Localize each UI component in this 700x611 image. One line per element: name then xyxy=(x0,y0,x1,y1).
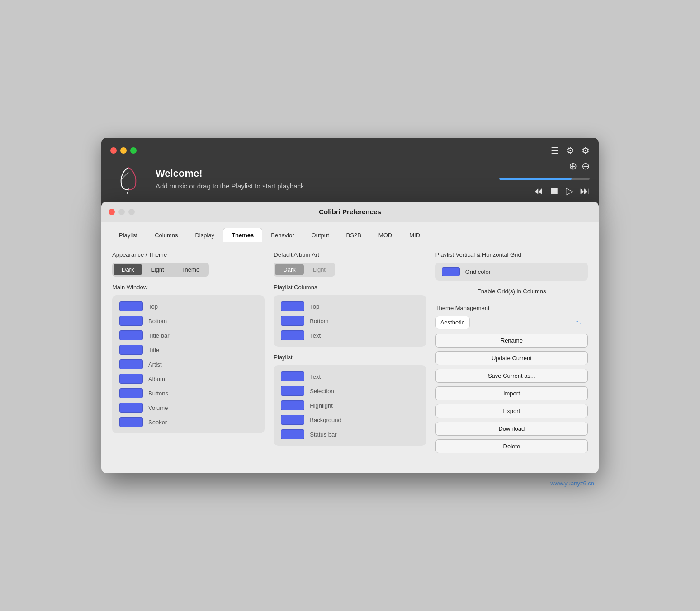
player-title: Welcome! xyxy=(156,168,490,179)
color-swatch-title[interactable] xyxy=(119,345,143,355)
stop-button[interactable]: ⏹ xyxy=(549,185,559,197)
appearance-dark-btn[interactable]: Dark xyxy=(114,264,142,275)
progress-bar[interactable] xyxy=(499,178,590,180)
grid-section: Playlist Vertical & Horizontal Grid Grid… xyxy=(435,251,588,297)
appearance-theme-btn[interactable]: Theme xyxy=(173,264,208,275)
grid-swatch[interactable] xyxy=(442,267,460,276)
prev-button[interactable]: ⏮ xyxy=(533,185,543,197)
appearance-segmented: Dark Light Theme xyxy=(112,263,209,277)
zoom-in-button[interactable]: ⊕ xyxy=(569,160,577,172)
rename-button[interactable]: Rename xyxy=(435,334,588,348)
equalizer-icon[interactable]: ⚙ xyxy=(566,145,574,156)
next-button[interactable]: ⏭ xyxy=(580,185,590,197)
player-minimize-button[interactable] xyxy=(120,147,127,154)
export-button[interactable]: Export xyxy=(435,404,588,418)
svg-point-0 xyxy=(127,192,128,194)
pl-label-statusbar: Status bar xyxy=(310,431,336,438)
color-label-title: Title xyxy=(148,347,159,353)
player-subtitle: Add music or drag to the Playlist to sta… xyxy=(156,182,490,190)
color-swatch-titlebar[interactable] xyxy=(119,330,143,340)
color-swatch-artist[interactable] xyxy=(119,359,143,369)
tab-behavior[interactable]: Behavior xyxy=(262,228,303,242)
middle-column: Default Album Art Dark Light Playlist Co… xyxy=(274,251,426,453)
pl-swatch-text[interactable] xyxy=(281,371,304,381)
color-swatch-bottom[interactable] xyxy=(119,316,143,326)
player-window: ☰ ⚙ ⚙ Welcome! Add music or drag to the … xyxy=(101,138,599,206)
album-dark-btn[interactable]: Dark xyxy=(275,264,303,275)
album-light-btn[interactable]: Light xyxy=(305,264,334,275)
pl-swatch-highlight[interactable] xyxy=(281,400,304,410)
transport-controls: ⏮ ⏹ ▷ ⏭ xyxy=(533,185,590,197)
pl-swatch-selection[interactable] xyxy=(281,386,304,396)
pl-color-row-highlight: Highlight xyxy=(281,400,419,410)
prefs-maximize-button[interactable] xyxy=(128,209,135,215)
download-button[interactable]: Download xyxy=(435,422,588,436)
tab-bs2b[interactable]: BS2B xyxy=(338,228,370,242)
playlist-columns-colors: Top Bottom Text xyxy=(274,295,426,347)
prefs-window-controls xyxy=(109,209,135,215)
player-controls: ⊕ ⊖ ⏮ ⏹ ▷ ⏭ xyxy=(499,160,590,197)
delete-button[interactable]: Delete xyxy=(435,439,588,453)
watermark: www.yuanyz6.cn xyxy=(550,480,594,487)
theme-select-wrapper: Aesthetic Default Dark Light xyxy=(435,316,588,329)
player-window-controls xyxy=(110,147,137,154)
tab-playlist[interactable]: Playlist xyxy=(110,228,146,242)
tab-display[interactable]: Display xyxy=(186,228,223,242)
color-label-buttons: Buttons xyxy=(148,390,168,397)
playlist-section: Playlist Text Selection Highlight xyxy=(274,354,426,446)
col-swatch-bottom[interactable] xyxy=(281,316,304,326)
color-swatch-album[interactable] xyxy=(119,374,143,384)
right-column: Playlist Vertical & Horizontal Grid Grid… xyxy=(435,251,588,453)
appearance-light-btn[interactable]: Light xyxy=(143,264,172,275)
pl-label-selection: Selection xyxy=(310,388,334,395)
col-swatch-text[interactable] xyxy=(281,330,304,340)
color-row-buttons: Buttons xyxy=(119,388,257,398)
save-current-button[interactable]: Save Current as... xyxy=(435,369,588,383)
tab-midi[interactable]: MIDI xyxy=(401,228,430,242)
col-label-top: Top xyxy=(310,303,319,310)
tab-mod[interactable]: MOD xyxy=(370,228,401,242)
album-art-title: Default Album Art xyxy=(274,251,426,258)
pl-swatch-statusbar[interactable] xyxy=(281,429,304,439)
theme-select[interactable]: Aesthetic Default Dark Light xyxy=(435,316,470,329)
color-swatch-top[interactable] xyxy=(119,301,143,311)
player-toolbar-icons: ☰ ⚙ ⚙ xyxy=(551,145,590,156)
player-logo xyxy=(110,161,147,197)
settings-icon[interactable]: ⚙ xyxy=(582,145,590,156)
zoom-out-button[interactable]: ⊖ xyxy=(582,160,590,172)
player-maximize-button[interactable] xyxy=(130,147,137,154)
grid-title: Playlist Vertical & Horizontal Grid xyxy=(435,251,588,258)
col-label-text: Text xyxy=(310,332,321,339)
playlist-columns-title: Playlist Columns xyxy=(274,284,426,291)
prefs-minimize-button[interactable] xyxy=(118,209,125,215)
color-row-bottom: Bottom xyxy=(119,316,257,326)
color-row-artist: Artist xyxy=(119,359,257,369)
tabs-row: Playlist Columns Display Themes Behavior… xyxy=(101,222,599,242)
player-zoom-controls: ⊕ ⊖ xyxy=(569,160,590,172)
appearance-section: Appearance / Theme Dark Light Theme xyxy=(112,251,265,277)
player-close-button[interactable] xyxy=(110,147,117,154)
tab-columns[interactable]: Columns xyxy=(146,228,186,242)
color-swatch-buttons[interactable] xyxy=(119,388,143,398)
menu-icon[interactable]: ☰ xyxy=(551,145,559,156)
tab-output[interactable]: Output xyxy=(303,228,338,242)
color-swatch-seeker[interactable] xyxy=(119,417,143,427)
col-color-row-text: Text xyxy=(281,330,419,340)
main-window-title: Main Window xyxy=(112,284,265,291)
col-swatch-top[interactable] xyxy=(281,301,304,311)
import-button[interactable]: Import xyxy=(435,386,588,400)
col-color-row-bottom: Bottom xyxy=(281,316,419,326)
color-row-top: Top xyxy=(119,301,257,311)
theme-management-section: Theme Management Aesthetic Default Dark … xyxy=(435,305,588,453)
playlist-columns-section: Playlist Columns Top Bottom Text xyxy=(274,284,426,347)
pl-swatch-background[interactable] xyxy=(281,415,304,425)
pl-label-highlight: Highlight xyxy=(310,402,333,409)
prefs-close-button[interactable] xyxy=(109,209,115,215)
color-swatch-volume[interactable] xyxy=(119,403,143,413)
color-label-top: Top xyxy=(148,303,158,310)
update-current-button[interactable]: Update Current xyxy=(435,351,588,365)
appearance-title: Appearance / Theme xyxy=(112,251,265,258)
play-button[interactable]: ▷ xyxy=(566,185,573,197)
tab-themes[interactable]: Themes xyxy=(223,228,262,242)
color-label-album: Album xyxy=(148,376,165,382)
